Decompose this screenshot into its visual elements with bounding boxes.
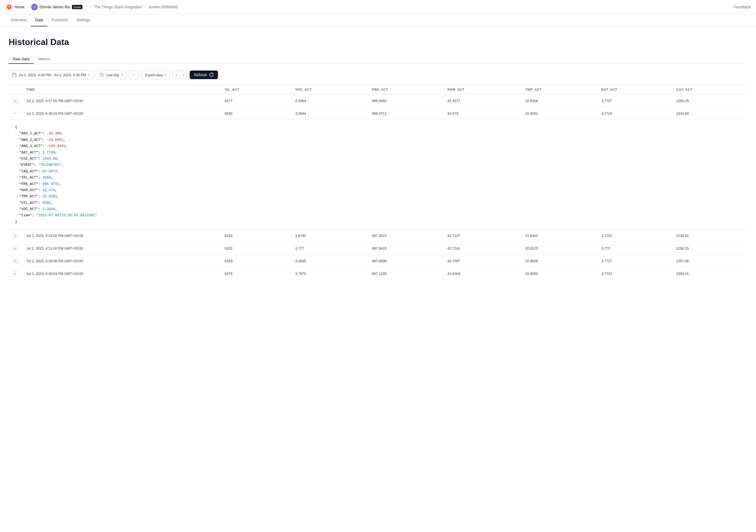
tab-overview[interactable]: Overview	[7, 14, 31, 26]
refresh-label: Refresh	[194, 73, 207, 77]
sub-tab-raw-data[interactable]: Raw Data	[9, 55, 34, 64]
avatar: DJ	[31, 4, 38, 10]
cell-tmp-act: 22.8406	[521, 94, 597, 107]
cell-tmp-act: 22.8083	[521, 267, 597, 280]
cell-vil-act: 6322	[220, 242, 291, 255]
time-preset-selector[interactable]: Last day ▾	[96, 70, 126, 79]
cell-rhm-act: 42.4577	[443, 94, 521, 107]
cell-pre-act: 997.0898	[367, 255, 443, 267]
table-row: + Jul 2, 2023, 4:31:00 PM GMT+03:00 6322…	[9, 242, 747, 255]
col-tmp-act: TMP_ACT	[521, 85, 597, 94]
top-nav: Home / DJ Donnie James Rio Scale ⌃ / The…	[0, 0, 756, 14]
cell-tmp-act: 22.8342	[521, 229, 597, 242]
row-collapse-cell[interactable]: −	[9, 107, 22, 120]
data-table: TIME VIL_ACT VOC_ACT PRE_ACT RHM_ACT TMP…	[9, 85, 747, 280]
sub-tab-metrics[interactable]: Metrics	[34, 55, 54, 64]
user-name: Donnie James Rio	[39, 5, 70, 9]
col-pre-act: PRE_ACT	[367, 85, 443, 94]
next-arrow-button[interactable]: ›	[180, 70, 187, 79]
feedback-link[interactable]: Feedback	[734, 5, 751, 9]
integration-label[interactable]: The Things Stack integration	[94, 5, 142, 9]
device-label[interactable]: evolve-205b6d45	[149, 5, 177, 9]
cell-time: Jul 2, 2023, 4:37:05 PM GMT+03:00	[22, 94, 220, 107]
cell-vil-act: 6310	[220, 229, 291, 242]
cell-pre-act: 997.0419	[367, 242, 443, 255]
row-expand-cell[interactable]: +	[9, 242, 22, 255]
scale-badge: Scale	[72, 5, 83, 9]
tab-nav: Overview Data Functions Settings	[0, 14, 756, 26]
nav-separator-1: /	[27, 4, 29, 10]
cell-bat-act: 3.7717	[597, 255, 672, 267]
cell-rhm-act: 42.6304	[443, 267, 521, 280]
col-co2-act: CO2_ACT	[672, 85, 748, 94]
expand-icon[interactable]: +	[13, 98, 18, 103]
cell-voc-act: 3.7875	[291, 267, 367, 280]
json-detail-row: { "ANG_1_ACT": -22.309, "ANG_2_ACT": -10…	[9, 120, 747, 229]
row-expand-cell[interactable]: +	[9, 267, 22, 280]
home-link[interactable]: Home	[5, 3, 24, 11]
row-expand-cell[interactable]: +	[9, 229, 22, 242]
col-voc-act: VOC_ACT	[291, 85, 367, 94]
cell-rhm-act: 42.7127	[443, 229, 521, 242]
calendar-icon	[12, 73, 16, 77]
refresh-icon	[209, 73, 214, 77]
date-range-label: Jul 1, 2023, 4:39 PM - Jul 2, 2023, 4:39…	[18, 73, 86, 77]
expand-icon[interactable]: +	[13, 246, 18, 251]
home-icon	[5, 3, 13, 11]
cell-vil-act: 6277	[220, 94, 291, 107]
chevron-down-icon: ▾	[88, 73, 90, 77]
cell-co2-act: 1344.68	[672, 107, 748, 120]
expand-icon[interactable]: +	[13, 233, 18, 238]
cell-vil-act: 6343	[220, 255, 291, 267]
cell-voc-act: 2.9464	[291, 94, 367, 107]
row-expand-cell[interactable]: +	[9, 94, 22, 107]
col-bat-act: BAT_ACT	[597, 85, 672, 94]
table-row: + Jul 2, 2023, 4:37:05 PM GMT+03:00 6277…	[9, 94, 747, 107]
more-options-button[interactable]: ···	[129, 70, 138, 79]
cell-co2-act: 1282.25	[672, 94, 748, 107]
cell-vil-act: 6379	[220, 267, 291, 280]
expand-icon[interactable]: +	[13, 259, 18, 263]
nav-separator-3: /	[145, 4, 146, 10]
date-range-selector[interactable]: Jul 1, 2023, 4:39 PM - Jul 2, 2023, 4:39…	[9, 70, 93, 79]
cell-voc-act: 2.6742	[291, 229, 367, 242]
col-expand	[9, 85, 22, 94]
collapse-icon[interactable]: −	[13, 111, 18, 116]
pagination-arrows: ‹ ›	[173, 70, 187, 79]
cell-rhm-act: 42.679	[443, 107, 521, 120]
cell-co2-act: 1256.15	[672, 242, 748, 255]
toolbar: Jul 1, 2023, 4:39 PM - Jul 2, 2023, 4:39…	[9, 70, 747, 79]
refresh-button[interactable]: Refresh	[190, 70, 218, 79]
tab-functions[interactable]: Functions	[47, 14, 72, 26]
cell-voc-act: 3.3944	[291, 107, 367, 120]
row-expand-cell[interactable]: +	[9, 255, 22, 267]
export-label: Export data	[145, 73, 163, 77]
main-content: Historical Data Raw Data Metrics Jul 1, …	[0, 26, 756, 289]
cell-time: Jul 2, 2023, 4:33:02 PM GMT+03:00	[22, 229, 220, 242]
col-vil-act: VIL_ACT	[220, 85, 291, 94]
cell-pre-act: 996.9711	[367, 107, 443, 120]
cell-voc-act: 3.4935	[291, 255, 367, 267]
user-nav[interactable]: DJ Donnie James Rio Scale ⌃	[31, 4, 87, 10]
export-data-button[interactable]: Export data ▾	[141, 70, 170, 79]
cell-tmp-act: 22.8123	[521, 242, 597, 255]
cell-time: Jul 2, 2023, 4:31:00 PM GMT+03:00	[22, 242, 220, 255]
cell-bat-act: 3.772	[597, 242, 672, 255]
page-title: Historical Data	[9, 37, 747, 47]
nav-separator-2: /	[90, 4, 91, 10]
cell-co2-act: 1239.51	[672, 229, 748, 242]
prev-arrow-button[interactable]: ‹	[173, 70, 180, 79]
cell-voc-act: 2.777	[291, 242, 367, 255]
cell-time: Jul 2, 2023, 4:35:04 PM GMT+03:00	[22, 107, 220, 120]
tab-data[interactable]: Data	[31, 14, 47, 26]
table-row: + Jul 2, 2023, 4:26:54 PM GMT+03:00 6379…	[9, 267, 747, 280]
cell-bat-act: 3.7722	[597, 229, 672, 242]
expand-icon[interactable]: +	[13, 271, 18, 276]
cell-tmp-act: 22.8609	[521, 255, 597, 267]
tab-settings[interactable]: Settings	[72, 14, 95, 26]
cell-co2-act: 1393.01	[672, 267, 748, 280]
cell-time: Jul 2, 2023, 4:28:56 PM GMT+03:00	[22, 255, 220, 267]
cell-bat-act: 3.7727	[597, 94, 672, 107]
table-row: + Jul 2, 2023, 4:33:02 PM GMT+03:00 6310…	[9, 229, 747, 242]
cell-pre-act: 997.1105	[367, 267, 443, 280]
